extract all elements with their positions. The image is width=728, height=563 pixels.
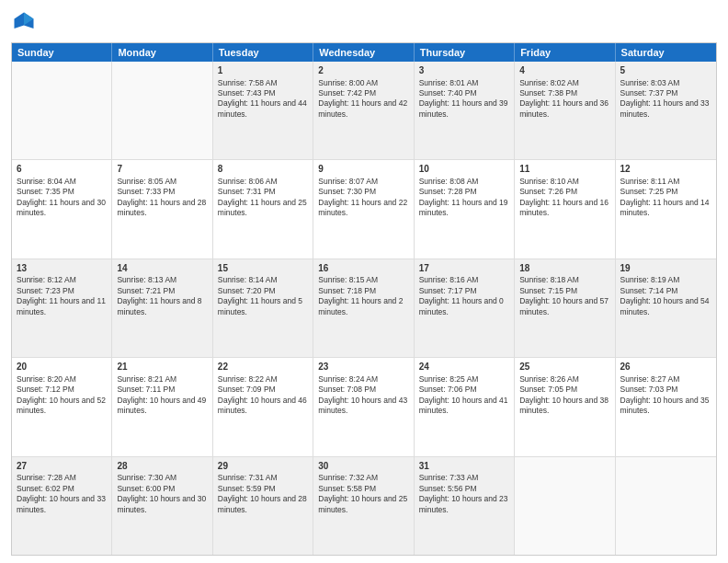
cal-cell-8: 8Sunrise: 8:06 AMSunset: 7:31 PMDaylight… — [213, 160, 313, 258]
sunrise: Sunrise: 8:24 AM — [318, 374, 378, 384]
daylight: Daylight: 11 hours and 44 minutes. — [218, 98, 307, 118]
cal-cell-26: 26Sunrise: 8:27 AMSunset: 7:03 PMDayligh… — [616, 358, 716, 455]
daylight: Daylight: 10 hours and 25 minutes. — [318, 494, 407, 513]
day-number: 29 — [218, 460, 308, 473]
calendar-week-5: 27Sunrise: 7:28 AMSunset: 6:02 PMDayligh… — [12, 457, 716, 555]
sunrise: Sunrise: 8:25 AM — [419, 374, 479, 384]
cal-cell-3: 3Sunrise: 8:01 AMSunset: 7:40 PMDaylight… — [415, 62, 515, 159]
sunset: Sunset: 5:59 PM — [218, 484, 276, 493]
daylight: Daylight: 10 hours and 30 minutes. — [117, 494, 206, 513]
day-number: 15 — [218, 262, 308, 275]
calendar: Sunday Monday Tuesday Wednesday Thursday… — [11, 42, 717, 556]
cal-cell-14: 14Sunrise: 8:13 AMSunset: 7:21 PMDayligh… — [112, 259, 212, 357]
daylight: Daylight: 11 hours and 30 minutes. — [17, 198, 106, 217]
day-number: 9 — [318, 163, 408, 176]
sunrise: Sunrise: 8:14 AM — [218, 275, 278, 284]
cal-cell-6: 6Sunrise: 8:04 AMSunset: 7:35 PMDaylight… — [12, 160, 112, 258]
logo-icon — [11, 9, 37, 35]
calendar-week-4: 20Sunrise: 8:20 AMSunset: 7:12 PMDayligh… — [12, 358, 716, 456]
sunrise: Sunrise: 8:26 AM — [519, 374, 579, 384]
header-thursday: Thursday — [415, 43, 515, 62]
sunset: Sunset: 6:02 PM — [17, 484, 74, 493]
sunset: Sunset: 7:37 PM — [620, 88, 678, 98]
sunrise: Sunrise: 8:15 AM — [318, 275, 378, 284]
day-number: 27 — [17, 460, 107, 473]
daylight: Daylight: 10 hours and 57 minutes. — [519, 296, 609, 316]
sunset: Sunset: 7:12 PM — [17, 385, 74, 394]
header — [11, 9, 717, 35]
header-sunday: Sunday — [12, 43, 112, 62]
sunset: Sunset: 7:11 PM — [117, 385, 175, 394]
sunset: Sunset: 7:26 PM — [519, 187, 577, 196]
cal-cell-1: 1Sunrise: 7:58 AMSunset: 7:43 PMDaylight… — [213, 62, 313, 159]
sunset: Sunset: 6:00 PM — [117, 484, 175, 493]
sunset: Sunset: 7:08 PM — [318, 385, 376, 394]
sunset: Sunset: 5:58 PM — [318, 484, 376, 493]
header-wednesday: Wednesday — [313, 43, 414, 62]
cal-cell-20: 20Sunrise: 8:20 AMSunset: 7:12 PMDayligh… — [12, 358, 112, 455]
day-number: 13 — [17, 262, 107, 275]
sunset: Sunset: 7:25 PM — [620, 187, 678, 196]
sunrise: Sunrise: 8:22 AM — [218, 374, 278, 384]
sunset: Sunset: 7:28 PM — [419, 187, 477, 196]
day-number: 2 — [318, 64, 408, 77]
cal-cell-21: 21Sunrise: 8:21 AMSunset: 7:11 PMDayligh… — [112, 358, 212, 455]
day-number: 5 — [620, 64, 711, 77]
cal-cell-25: 25Sunrise: 8:26 AMSunset: 7:05 PMDayligh… — [515, 358, 615, 455]
daylight: Daylight: 11 hours and 28 minutes. — [117, 198, 206, 217]
sunrise: Sunrise: 7:32 AM — [318, 473, 378, 482]
daylight: Daylight: 11 hours and 8 minutes. — [117, 296, 201, 316]
sunset: Sunset: 7:18 PM — [318, 286, 376, 295]
sunset: Sunset: 5:56 PM — [419, 484, 477, 493]
sunrise: Sunrise: 8:12 AM — [17, 275, 76, 284]
daylight: Daylight: 10 hours and 38 minutes. — [519, 396, 609, 415]
daylight: Daylight: 10 hours and 43 minutes. — [318, 396, 407, 415]
day-number: 3 — [419, 64, 509, 77]
cal-cell-19: 19Sunrise: 8:19 AMSunset: 7:14 PMDayligh… — [616, 259, 716, 357]
cal-cell-empty — [112, 62, 212, 159]
day-number: 10 — [419, 163, 509, 176]
cal-cell-10: 10Sunrise: 8:08 AMSunset: 7:28 PMDayligh… — [415, 160, 515, 258]
sunset: Sunset: 7:06 PM — [419, 385, 477, 394]
day-number: 6 — [17, 163, 107, 176]
sunrise: Sunrise: 8:03 AM — [620, 78, 680, 87]
day-number: 31 — [419, 460, 509, 473]
sunrise: Sunrise: 8:19 AM — [620, 275, 680, 284]
daylight: Daylight: 10 hours and 35 minutes. — [620, 396, 710, 415]
sunrise: Sunrise: 7:31 AM — [218, 473, 278, 482]
page-container: Sunday Monday Tuesday Wednesday Thursday… — [0, 0, 728, 563]
daylight: Daylight: 11 hours and 25 minutes. — [218, 198, 307, 217]
cal-cell-22: 22Sunrise: 8:22 AMSunset: 7:09 PMDayligh… — [213, 358, 313, 455]
day-number: 26 — [620, 361, 711, 373]
daylight: Daylight: 11 hours and 36 minutes. — [519, 98, 609, 118]
cal-cell-29: 29Sunrise: 7:31 AMSunset: 5:59 PMDayligh… — [213, 457, 313, 555]
cal-cell-12: 12Sunrise: 8:11 AMSunset: 7:25 PMDayligh… — [616, 160, 716, 258]
header-tuesday: Tuesday — [213, 43, 313, 62]
cal-cell-17: 17Sunrise: 8:16 AMSunset: 7:17 PMDayligh… — [415, 259, 515, 357]
cal-cell-24: 24Sunrise: 8:25 AMSunset: 7:06 PMDayligh… — [415, 358, 515, 455]
sunrise: Sunrise: 8:07 AM — [318, 177, 378, 186]
sunset: Sunset: 7:21 PM — [117, 286, 175, 295]
cal-cell-23: 23Sunrise: 8:24 AMSunset: 7:08 PMDayligh… — [313, 358, 414, 455]
daylight: Daylight: 11 hours and 22 minutes. — [318, 198, 407, 217]
sunrise: Sunrise: 8:13 AM — [117, 275, 176, 284]
cal-cell-30: 30Sunrise: 7:32 AMSunset: 5:58 PMDayligh… — [313, 457, 414, 555]
day-number: 4 — [519, 64, 609, 77]
sunrise: Sunrise: 8:06 AM — [218, 177, 278, 186]
cal-cell-31: 31Sunrise: 7:33 AMSunset: 5:56 PMDayligh… — [415, 457, 515, 555]
day-number: 24 — [419, 361, 509, 373]
header-saturday: Saturday — [616, 43, 716, 62]
sunset: Sunset: 7:17 PM — [419, 286, 477, 295]
cal-cell-16: 16Sunrise: 8:15 AMSunset: 7:18 PMDayligh… — [313, 259, 414, 357]
logo — [11, 9, 40, 35]
daylight: Daylight: 11 hours and 16 minutes. — [519, 198, 609, 217]
cal-cell-7: 7Sunrise: 8:05 AMSunset: 7:33 PMDaylight… — [112, 160, 212, 258]
day-number: 1 — [218, 64, 308, 77]
sunset: Sunset: 7:05 PM — [519, 385, 577, 394]
calendar-week-2: 6Sunrise: 8:04 AMSunset: 7:35 PMDaylight… — [12, 160, 716, 259]
day-number: 14 — [117, 262, 207, 275]
daylight: Daylight: 10 hours and 41 minutes. — [419, 396, 508, 415]
day-number: 25 — [519, 361, 609, 373]
sunrise: Sunrise: 7:58 AM — [218, 78, 278, 87]
daylight: Daylight: 11 hours and 33 minutes. — [620, 98, 710, 118]
